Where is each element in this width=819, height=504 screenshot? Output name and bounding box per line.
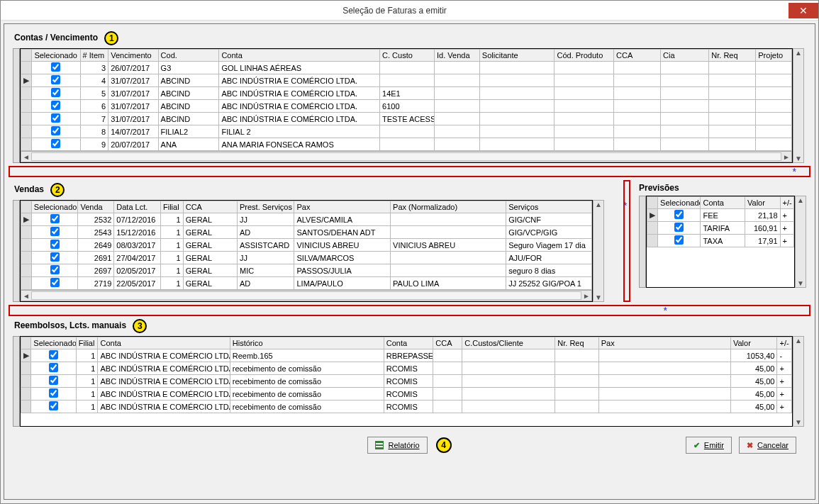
col-pax[interactable]: Pax [294, 201, 391, 213]
row-checkbox[interactable] [49, 376, 58, 385]
table-row[interactable]: 2649 08/03/2017 1 GERAL ASSISTCARD VINIC… [21, 239, 592, 252]
row-checkbox[interactable] [51, 113, 60, 123]
cell-selecionado[interactable] [31, 277, 78, 290]
col-cca[interactable]: CCA [183, 201, 237, 213]
table-row[interactable]: TARIFA 160,91 + [647, 222, 794, 235]
cell-selecionado[interactable] [658, 235, 701, 247]
col-cia[interactable]: Cia [661, 50, 709, 62]
vsplitter[interactable]: * [623, 180, 630, 302]
row-checkbox[interactable] [49, 350, 58, 359]
row-checkbox[interactable] [51, 101, 60, 110]
cell-selecionado[interactable] [31, 388, 76, 401]
col-solic[interactable]: Solicitante [479, 50, 555, 62]
cell-selecionado[interactable] [31, 349, 76, 362]
col-venc[interactable]: Vencimento [108, 50, 158, 62]
vendas-vscroll[interactable]: ▲▼ [593, 200, 604, 302]
col-conta2[interactable]: Conta [384, 337, 433, 349]
row-checkbox[interactable] [50, 265, 60, 274]
close-button[interactable]: ✕ [789, 3, 818, 18]
row-checkbox[interactable] [49, 388, 58, 398]
table-row[interactable]: 9 20/07/2017 ANA ANA MARIA FONSECA RAMOS [21, 138, 792, 151]
col-cca[interactable]: CCA [614, 50, 661, 62]
row-checkbox[interactable] [50, 240, 60, 249]
cell-selecionado[interactable] [32, 62, 80, 74]
col-valor[interactable]: Valor [745, 197, 781, 209]
row-checkbox[interactable] [50, 227, 60, 236]
row-checkbox[interactable] [51, 139, 60, 148]
contas-hscroll[interactable]: ◄► [21, 151, 792, 162]
cell-selecionado[interactable] [31, 401, 76, 413]
prev-vscroll[interactable]: ▲▼ [795, 196, 806, 288]
cell-selecionado[interactable] [32, 125, 80, 138]
row-checkbox[interactable] [50, 214, 60, 223]
splitter-2[interactable]: * [9, 305, 810, 316]
col-item[interactable]: # Item [80, 50, 108, 62]
col-paxnorm[interactable]: Pax (Normalizado) [391, 201, 506, 213]
table-row[interactable]: 1 ABC INDÚSTRIA E COMÉRCIO LTDA recebime… [21, 375, 792, 388]
col-idvenda[interactable]: Id. Venda [435, 50, 480, 62]
col-filial[interactable]: Filial [76, 337, 98, 349]
table-row[interactable]: ▶ 4 31/07/2017 ABCIND ABC INDÚSTRIA E CO… [21, 74, 792, 87]
table-row[interactable]: 2543 15/12/2016 1 GERAL AD SANTOS/DEHAN … [21, 226, 592, 239]
col-pax[interactable]: Pax [598, 337, 730, 349]
relatorio-button[interactable]: Relatório [367, 437, 427, 454]
cell-selecionado[interactable] [32, 74, 80, 87]
cancelar-button[interactable]: ✖ Cancelar [739, 437, 796, 454]
table-row[interactable]: ▶ 2532 07/12/2016 1 GERAL JJ ALVES/CAMIL… [21, 213, 592, 226]
table-row[interactable]: 1 ABC INDÚSTRIA E COMÉRCIO LTDA recebime… [21, 388, 792, 401]
contas-vscroll[interactable]: ▲▼ [793, 48, 804, 163]
row-checkbox[interactable] [674, 210, 684, 219]
cell-selecionado[interactable] [32, 100, 80, 113]
table-row[interactable]: 2719 22/05/2017 1 GERAL AD LIMA/PAULO PA… [21, 277, 592, 290]
cell-selecionado[interactable] [31, 264, 78, 277]
cell-selecionado[interactable] [31, 239, 78, 252]
col-codprod[interactable]: Cód. Produto [555, 50, 614, 62]
col-nrreq[interactable]: Nr. Req [555, 337, 598, 349]
col-ccustos[interactable]: C.Custos/Cliente [462, 337, 555, 349]
col-conta[interactable]: Conta [701, 197, 745, 209]
table-row[interactable]: 6 31/07/2017 ABCIND ABC INDÚSTRIA E COMÉ… [21, 100, 792, 113]
cell-selecionado[interactable] [658, 209, 701, 222]
row-checkbox[interactable] [51, 88, 60, 97]
col-data[interactable]: Data Lct. [114, 201, 161, 213]
cell-selecionado[interactable] [31, 375, 76, 388]
row-checkbox[interactable] [674, 223, 684, 232]
row-checkbox[interactable] [49, 363, 58, 372]
col-filial[interactable]: Filial [160, 201, 183, 213]
col-valor[interactable]: Valor [730, 337, 777, 349]
table-row[interactable]: 1 ABC INDÚSTRIA E COMÉRCIO LTDA recebime… [21, 401, 792, 413]
emitir-button[interactable]: ✔ Emitir [686, 437, 732, 454]
col-prest[interactable]: Prest. Serviços [237, 201, 294, 213]
col-conta[interactable]: Conta [219, 50, 380, 62]
cell-selecionado[interactable] [658, 222, 701, 235]
cell-selecionado[interactable] [31, 226, 78, 239]
splitter-1[interactable]: * [9, 166, 810, 177]
vendas-grid[interactable]: Selecionado Venda Data Lct. Filial CCA P… [20, 200, 593, 302]
row-checkbox[interactable] [51, 126, 60, 135]
col-cod[interactable]: Cod. [158, 50, 219, 62]
col-serv[interactable]: Serviços [506, 201, 592, 213]
col-selecionado[interactable]: Selecionado [658, 197, 701, 209]
cell-selecionado[interactable] [31, 362, 76, 375]
col-venda[interactable]: Venda [78, 201, 114, 213]
prev-grid[interactable]: Selecionado Conta Valor +/- ▶ FEE 21,18 … [646, 196, 795, 288]
col-hist[interactable]: Histórico [230, 337, 384, 349]
col-pm[interactable]: +/- [777, 337, 792, 349]
table-row[interactable]: TAXA 17,91 + [647, 235, 794, 247]
col-conta[interactable]: Conta [98, 337, 230, 349]
cell-selecionado[interactable] [31, 252, 78, 264]
table-row[interactable]: ▶ 1 ABC INDÚSTRIA E COMÉRCIO LTDA Reemb.… [21, 349, 792, 362]
cell-selecionado[interactable] [32, 113, 80, 125]
row-checkbox[interactable] [50, 252, 60, 262]
col-selecionado[interactable]: Selecionado [32, 50, 80, 62]
row-checkbox[interactable] [51, 75, 60, 84]
col-ccusto[interactable]: C. Custo [380, 50, 435, 62]
table-row[interactable]: 3 26/07/2017 G3 GOL LINHAS AÉREAS [21, 62, 792, 74]
cell-selecionado[interactable] [32, 138, 80, 151]
reemb-vscroll[interactable]: ▲▼ [793, 336, 804, 427]
titlebar[interactable]: Seleção de Faturas a emitir ✕ [1, 1, 818, 21]
cell-selecionado[interactable] [31, 213, 78, 226]
row-checkbox[interactable] [49, 401, 58, 410]
reemb-grid[interactable]: Selecionado Filial Conta Histórico Conta… [20, 336, 793, 427]
col-projeto[interactable]: Projeto [756, 50, 792, 62]
